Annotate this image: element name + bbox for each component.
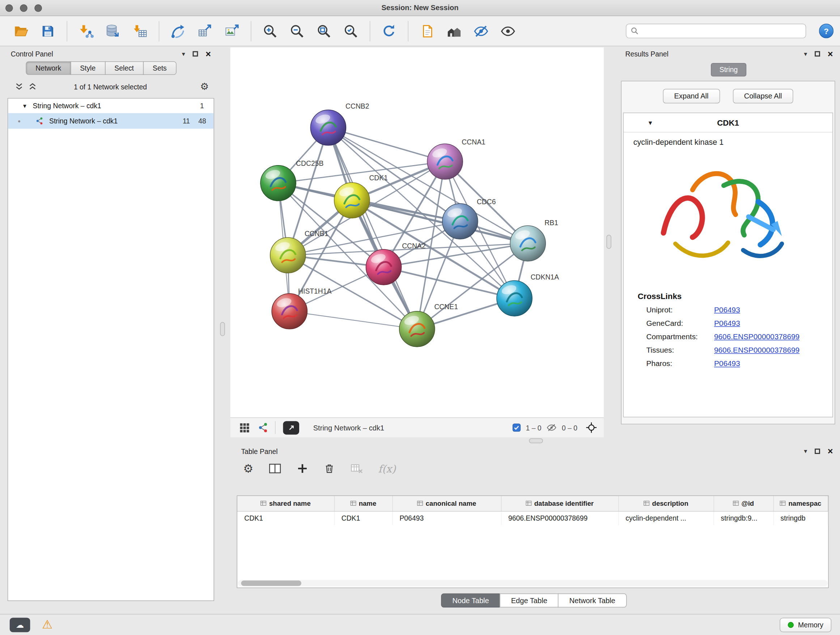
gene-section-header[interactable]: ▼ CDK1 <box>624 113 832 133</box>
collapse-all-button[interactable]: Collapse All <box>733 89 793 103</box>
network-row-selected[interactable]: ● String Network – cdk1 11 48 <box>8 113 213 128</box>
crosshair-icon[interactable] <box>585 422 597 434</box>
network-edge[interactable] <box>328 128 417 329</box>
network-node[interactable] <box>427 144 463 179</box>
global-search-field[interactable] <box>626 24 806 38</box>
column-header-canonical-name[interactable]: canonical name <box>392 496 501 511</box>
network-tools-button[interactable] <box>164 19 191 43</box>
hidden-count: 0 – 0 <box>562 424 577 432</box>
tab-network[interactable]: Network <box>26 62 71 75</box>
crosslink-value-link[interactable]: 9606.ENSP00000378699 <box>714 333 799 341</box>
show-graphics-details-button[interactable] <box>494 19 521 43</box>
table-settings-gear-icon[interactable]: ⚙ <box>243 462 253 475</box>
cloud-icon[interactable]: ☁ <box>10 618 30 632</box>
hidden-eye-slash-icon[interactable] <box>546 422 557 433</box>
panel-close-icon[interactable]: × <box>828 447 833 456</box>
tab-network-table[interactable]: Network Table <box>558 593 627 608</box>
tab-sets[interactable]: Sets <box>143 62 176 75</box>
open-session-button[interactable] <box>8 19 34 43</box>
panel-menu-icon[interactable]: ▾ <box>182 51 185 57</box>
zoom-in-button[interactable] <box>257 19 284 43</box>
add-column-icon[interactable] <box>296 463 308 475</box>
network-node[interactable] <box>366 249 401 285</box>
zoom-selected-button[interactable] <box>338 19 364 43</box>
network-edge[interactable] <box>384 267 515 298</box>
save-session-button[interactable] <box>34 19 61 43</box>
network-node[interactable] <box>334 182 370 218</box>
network-node[interactable] <box>272 294 307 329</box>
network-node[interactable] <box>310 110 346 145</box>
tab-node-table[interactable]: Node Table <box>441 593 500 608</box>
node-label: CCNE1 <box>434 303 458 310</box>
right-splitter-handle[interactable] <box>606 235 611 249</box>
network-edge[interactable] <box>289 311 417 329</box>
network-node[interactable] <box>399 311 435 347</box>
search-input[interactable] <box>642 27 801 35</box>
panel-float-icon[interactable] <box>193 51 198 57</box>
tab-select[interactable]: Select <box>104 62 143 75</box>
show-columns-icon[interactable] <box>268 463 281 475</box>
tab-string[interactable]: String <box>711 63 746 76</box>
refresh-button[interactable] <box>376 19 402 43</box>
import-network-database-button[interactable] <box>99 19 126 43</box>
zoom-fit-button[interactable] <box>310 19 337 43</box>
import-table-button[interactable] <box>126 19 153 43</box>
tree-expand-icon[interactable]: ▼ <box>22 103 27 109</box>
crosslink-row: Compartments:9606.ENSP00000378699 <box>646 333 832 341</box>
panel-close-icon[interactable]: × <box>205 49 211 58</box>
network-collection-row[interactable]: ▼ String Network – cdk1 1 <box>8 98 213 113</box>
column-header-description[interactable]: description <box>618 496 714 511</box>
crosslink-value-link[interactable]: P06493 <box>714 359 740 368</box>
window-titlebar: Session: New Session <box>0 0 840 16</box>
gear-icon[interactable]: ⚙ <box>200 81 209 93</box>
panel-menu-icon[interactable]: ▾ <box>804 448 807 455</box>
column-header--id[interactable]: @id <box>714 496 773 511</box>
import-network-file-button[interactable] <box>73 19 99 43</box>
tab-style[interactable]: Style <box>70 62 105 75</box>
network-node[interactable] <box>261 165 296 201</box>
network-node[interactable] <box>497 280 532 316</box>
section-collapse-icon[interactable]: ▼ <box>647 119 653 126</box>
selected-count: 1 – 0 <box>526 424 542 432</box>
birdseye-grid-icon[interactable] <box>239 422 250 433</box>
panel-float-icon[interactable] <box>815 51 820 57</box>
column-header-namespac[interactable]: namespac <box>774 496 828 511</box>
crosslink-value-link[interactable]: P06493 <box>714 319 740 328</box>
network-graph[interactable]: CCNB2CCNA1CDC25BCDK1CDC6RB1CCNB1CCNA2CDK… <box>231 48 604 417</box>
network-view-canvas[interactable]: CCNB2CCNA1CDC25BCDK1CDC6RB1CCNB1CCNA2CDK… <box>231 48 604 417</box>
column-header-name[interactable]: name <box>334 496 393 511</box>
crosslink-value-link[interactable]: 9606.ENSP00000378699 <box>714 346 799 355</box>
network-overview-button[interactable] <box>441 19 467 43</box>
bottom-splitter-handle[interactable] <box>529 439 543 443</box>
help-button[interactable]: ? <box>819 24 834 38</box>
selected-checkbox-icon[interactable] <box>512 423 521 432</box>
network-node[interactable] <box>270 238 306 273</box>
network-node[interactable] <box>442 203 478 239</box>
export-network-button[interactable] <box>192 19 218 43</box>
column-header-shared-name[interactable]: shared name <box>237 496 334 511</box>
expand-all-button[interactable]: Expand All <box>663 89 720 103</box>
panel-menu-icon[interactable]: ▾ <box>804 51 807 57</box>
panel-close-icon[interactable]: × <box>828 49 833 58</box>
document-button[interactable] <box>414 19 441 43</box>
left-splitter-handle[interactable] <box>220 322 225 336</box>
column-header-database-identifier[interactable]: database identifier <box>501 496 618 511</box>
crosslink-value-link[interactable]: P06493 <box>714 305 740 314</box>
table-cell: 9606.ENSP00000378699 <box>501 511 618 525</box>
table-row[interactable]: CDK1CDK1P064939606.ENSP00000378699cyclin… <box>237 511 828 525</box>
open-in-browser-button[interactable] <box>283 421 299 434</box>
warning-icon[interactable]: ⚠ <box>42 616 52 633</box>
hide-graphics-details-button[interactable] <box>468 19 494 43</box>
node-label: CCNB1 <box>305 230 328 238</box>
tab-edge-table[interactable]: Edge Table <box>500 593 559 608</box>
zoom-out-button[interactable] <box>284 19 310 43</box>
export-image-button[interactable] <box>218 19 245 43</box>
delete-column-icon[interactable] <box>324 463 335 475</box>
memory-button[interactable]: Memory <box>780 618 831 632</box>
string-share-icon[interactable] <box>258 422 269 433</box>
network-edge[interactable] <box>328 128 445 162</box>
table-horizontal-scrollbar[interactable] <box>238 580 827 586</box>
network-node[interactable] <box>510 226 546 261</box>
scrollbar-thumb[interactable] <box>241 581 302 586</box>
panel-float-icon[interactable] <box>815 448 820 454</box>
